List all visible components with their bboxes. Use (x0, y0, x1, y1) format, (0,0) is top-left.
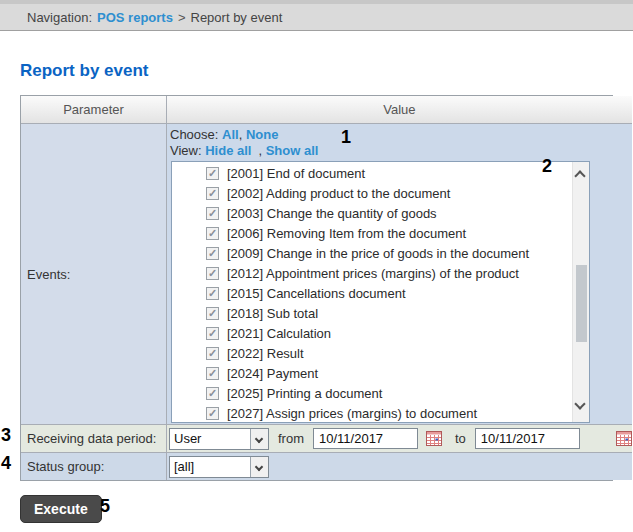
receiving-data-period-label: Receiving data period: (21, 425, 166, 453)
scroll-up-icon[interactable] (574, 170, 585, 181)
breadcrumb: Navigation: POS reports > Report by even… (0, 0, 633, 31)
chevron-down-icon (255, 462, 263, 470)
value-column-header: Value (166, 96, 632, 124)
select-dropdown-button[interactable] (250, 429, 268, 449)
checkbox-checked-icon[interactable]: ✓ (206, 347, 219, 360)
checkmark-icon: ✓ (208, 168, 217, 179)
checkbox-checked-icon[interactable]: ✓ (206, 207, 219, 220)
breadcrumb-prefix: Navigation: (27, 10, 92, 25)
checkmark-icon: ✓ (208, 268, 217, 279)
status-group-label: Status group: (21, 453, 166, 480)
annotation-number-4: 4 (1, 454, 11, 472)
event-list-item[interactable]: ✓ [2027] Assign prices (margins) to docu… (172, 403, 589, 423)
choose-comma: , (239, 127, 243, 142)
event-item-label: [2009] Change in the price of goods in t… (227, 246, 529, 261)
checkbox-checked-icon[interactable]: ✓ (206, 327, 219, 340)
checkmark-icon: ✓ (208, 408, 217, 419)
view-line: View: Hide all, Show all (170, 143, 627, 159)
calendar-icon[interactable] (426, 431, 442, 446)
breadcrumb-current: Report by event (191, 10, 283, 25)
event-item-label: [2015] Cancellations document (227, 286, 406, 301)
events-list-scrollbar[interactable] (572, 162, 589, 422)
event-list-item[interactable]: ✓ [2002] Adding product to the document (172, 183, 589, 203)
event-list-item[interactable]: ✓ [2012] Appointment prices (margins) of… (172, 263, 589, 283)
report-parameters-table: Parameter Value Events: Choose: All, Non… (20, 95, 613, 481)
event-list-item[interactable]: ✓ [2003] Change the quantity of goods (172, 203, 589, 223)
event-item-label: [2003] Change the quantity of goods (227, 206, 437, 221)
choose-label: Choose: (170, 127, 218, 142)
annotation-number-5: 5 (100, 497, 110, 515)
view-label: View: (170, 143, 202, 158)
view-hide-all-link[interactable]: Hide all (205, 143, 251, 158)
event-list-item[interactable]: ✓ [2006] Removing Item from the document (172, 223, 589, 243)
choose-none-link[interactable]: None (246, 127, 279, 142)
to-label: to (455, 431, 466, 446)
checkmark-icon: ✓ (208, 228, 217, 239)
event-item-label: [2021] Calculation (227, 326, 331, 341)
breadcrumb-separator: > (178, 10, 186, 25)
checkbox-checked-icon[interactable]: ✓ (206, 387, 219, 400)
checkmark-icon: ✓ (208, 288, 217, 299)
event-item-label: [2022] Result (227, 346, 304, 361)
event-list-item[interactable]: ✓ [2021] Calculation (172, 323, 589, 343)
checkmark-icon: ✓ (208, 248, 217, 259)
view-comma: , (258, 143, 262, 158)
event-item-label: [2027] Assign prices (margins) to docume… (227, 406, 477, 421)
checkmark-icon: ✓ (208, 328, 217, 339)
date-to-input[interactable] (475, 428, 580, 449)
event-list-item[interactable]: ✓ [2009] Change in the price of goods in… (172, 243, 589, 263)
event-list-item[interactable]: ✓ [2015] Cancellations document (172, 283, 589, 303)
checkmark-icon: ✓ (208, 388, 217, 399)
status-group-select[interactable]: [all] (169, 456, 269, 478)
event-list-item[interactable]: ✓ [2018] Sub total (172, 303, 589, 323)
status-group-value: [all] (166, 453, 632, 480)
checkbox-checked-icon[interactable]: ✓ (206, 187, 219, 200)
period-preset-select[interactable]: User (169, 428, 269, 450)
period-preset-value: User (170, 429, 250, 449)
checkbox-checked-icon[interactable]: ✓ (206, 367, 219, 380)
event-list-item[interactable]: ✓ [2024] Payment (172, 363, 589, 383)
event-item-label: [2006] Removing Item from the document (227, 226, 466, 241)
event-list-item[interactable]: ✓ [2001] End of document (172, 163, 589, 183)
event-list-item[interactable]: ✓ [2022] Result (172, 343, 589, 363)
event-item-label: [2025] Printing a document (227, 386, 382, 401)
events-row-value: Choose: All, None View: Hide all, Show a… (166, 124, 632, 425)
checkbox-checked-icon[interactable]: ✓ (206, 287, 219, 300)
annotation-number-3: 3 (1, 426, 11, 444)
annotation-number-2: 2 (542, 157, 552, 175)
checkbox-checked-icon[interactable]: ✓ (206, 247, 219, 260)
checkbox-checked-icon[interactable]: ✓ (206, 227, 219, 240)
annotation-number-1: 1 (341, 128, 351, 146)
events-listbox[interactable]: ✓ [2001] End of document ✓ [2002] Adding… (171, 161, 590, 423)
view-show-all-link[interactable]: Show all (266, 143, 319, 158)
checkmark-icon: ✓ (208, 208, 217, 219)
select-dropdown-button[interactable] (250, 457, 268, 477)
event-item-label: [2012] Appointment prices (margins) of t… (227, 266, 519, 281)
calendar-icon[interactable] (616, 431, 632, 446)
choose-all-link[interactable]: All (222, 127, 239, 142)
event-item-label: [2002] Adding product to the document (227, 186, 450, 201)
receiving-data-period-value: User from to (166, 425, 632, 453)
events-row-label: Events: (21, 124, 166, 425)
scroll-down-icon[interactable] (574, 398, 585, 409)
scrollbar-thumb[interactable] (576, 265, 587, 342)
choose-line: Choose: All, None (170, 127, 627, 143)
checkbox-checked-icon[interactable]: ✓ (206, 307, 219, 320)
event-list-item[interactable]: ✓ [2025] Printing a document (172, 383, 589, 403)
event-item-label: [2024] Payment (227, 366, 318, 381)
event-item-label: [2001] End of document (227, 166, 365, 181)
parameter-column-header: Parameter (21, 96, 166, 124)
checkmark-icon: ✓ (208, 308, 217, 319)
checkbox-checked-icon[interactable]: ✓ (206, 267, 219, 280)
chevron-down-icon (255, 434, 263, 442)
checkbox-checked-icon[interactable]: ✓ (206, 407, 219, 420)
date-from-input[interactable] (313, 428, 418, 449)
events-list: ✓ [2001] End of document ✓ [2002] Adding… (172, 162, 589, 423)
execute-button[interactable]: Execute (20, 495, 102, 523)
event-item-label: [2018] Sub total (227, 306, 318, 321)
from-label: from (278, 431, 304, 446)
checkmark-icon: ✓ (208, 348, 217, 359)
report-by-event-screen: Navigation: POS reports > Report by even… (0, 0, 633, 532)
breadcrumb-link-pos-reports[interactable]: POS reports (97, 10, 173, 25)
checkbox-checked-icon[interactable]: ✓ (206, 167, 219, 180)
